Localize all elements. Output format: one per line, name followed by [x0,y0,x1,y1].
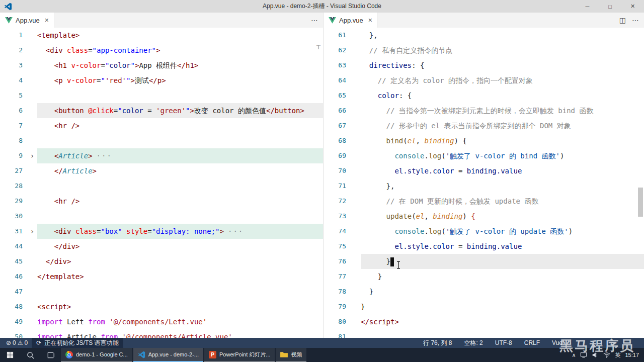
ime-language-indicator[interactable]: 英 [615,351,620,359]
tab-app-vue[interactable]: App.vue × [324,13,378,28]
code-line[interactable]: 68 bind(el, binding) { [324,133,644,148]
code-line[interactable]: 72 // 在 DOM 更新的时候，会触发 update 函数 [324,194,644,209]
code-line[interactable]: 6 <button @click="color = 'green'">改变 co… [0,103,323,118]
code-line[interactable]: 28 [0,178,323,194]
editor-right[interactable]: 61 },62 // 私有自定义指令的节点63 directives: {64 … [324,28,644,338]
tab-app-vue[interactable]: App.vue × [0,13,54,28]
code-line[interactable]: 74 console.log('触发了 v-color 的 update 函数'… [324,224,644,239]
fold-collapsed-icon[interactable]: › [27,148,37,163]
task-view-icon [47,351,54,359]
line-number: 68 [324,133,351,148]
language-mode-status[interactable]: Vue [550,339,565,347]
more-actions-icon[interactable]: ⋯ [632,16,639,24]
folded-code-badge[interactable]: ··· [228,227,244,235]
code-text [37,209,323,224]
code-line[interactable]: 8 [0,133,323,148]
close-button[interactable]: ✕ [621,0,644,13]
code-text: <Article>··· [37,148,323,163]
cursor-position-status[interactable]: 行 76, 列 8 [421,339,454,347]
code-line[interactable]: 50import Article from '@/components/Arti… [0,329,323,338]
code-line[interactable]: 29 <hr /> [0,194,323,209]
tab-bar-right: App.vue × ◫ ⋯ [324,13,644,28]
code-line[interactable]: 61 }, [324,28,644,43]
taskbar-app-vscode[interactable]: App.vue - demo-2-... [133,348,203,362]
taskbar-app-chrome[interactable]: demo-1 - Google C... [61,348,132,362]
code-line[interactable]: 80</script> [324,314,644,329]
fold-collapsed-icon[interactable]: › [27,224,37,239]
screen: { "window": { "title": "App.vue - demo-2… [0,0,644,362]
clock[interactable]: 15:17 [625,352,639,358]
code-line[interactable]: 30 [0,209,323,224]
title-bar: App.vue - demo-2-插槽 - Visual Studio Code… [0,0,644,13]
code-line[interactable]: 5 [0,88,323,103]
code-line[interactable]: 49import Left from '@/components/Left.vu… [0,314,323,329]
code-line[interactable]: 2 <div class="app-container"> [0,43,323,58]
start-button[interactable] [0,348,20,362]
code-line[interactable]: 64 // 定义名为 color 的指令，指向一个配置对象 [324,73,644,88]
code-line[interactable]: 75 el.style.color = binding.value [324,239,644,254]
folded-code-badge[interactable]: ··· [97,152,112,160]
code-line[interactable]: 78 } [324,284,644,299]
fold-gutter [351,329,361,338]
code-line[interactable]: 7 <hr /> [0,118,323,133]
fold-gutter [351,73,361,88]
volume-icon[interactable] [592,351,599,358]
indentation-status[interactable]: 空格: 2 [462,339,485,347]
minimize-button[interactable]: ─ [576,0,599,13]
code-line[interactable]: 63 directives: { [324,58,644,73]
language-init-status[interactable]: ⟳ 正在初始化 JS/TS 语言功能 [32,338,123,348]
code-line[interactable]: 76 } [324,254,644,269]
fold-gutter [27,209,37,224]
line-number: 64 [324,73,351,88]
code-line[interactable]: 27 </Article> [0,163,323,178]
taskbar-app-videos[interactable]: 视频 [276,348,306,362]
code-line[interactable]: 47 [0,284,323,299]
code-text: <hr /> [37,118,323,133]
code-line[interactable]: 9› <Article>··· [0,148,323,163]
taskbar-app-powerpoint[interactable]: P PowerPoint 幻灯片... [204,348,275,362]
code-line[interactable]: 45 </div> [0,254,323,269]
more-actions-icon[interactable]: ⋯ [311,16,318,24]
code-line[interactable]: 69 console.log('触发了 v-color 的 bind 函数') [324,148,644,163]
code-line[interactable]: 44 </div> [0,239,323,254]
code-line[interactable]: 62 // 私有自定义指令的节点 [324,43,644,58]
code-text: color: { [361,88,644,103]
tab-close-icon[interactable]: × [45,16,49,24]
task-view-button[interactable] [40,348,60,362]
code-line[interactable]: 46</template> [0,269,323,284]
code-line[interactable]: 81 [324,329,644,338]
code-line[interactable]: 79} [324,299,644,314]
code-line[interactable]: 48<script> [0,299,323,314]
line-number: 73 [324,209,351,224]
mouse-ibeam-cursor [396,261,401,269]
eol-status[interactable]: CRLF [522,339,542,347]
code-line[interactable]: 4 <p v-color="'red'">测试</p> [0,73,323,88]
line-number: 4 [0,73,27,88]
code-line[interactable]: 31› <div class="box" style="display: non… [0,224,323,239]
line-number: 65 [324,88,351,103]
code-line[interactable]: 66 // 当指令第一次被绑定到元素上的时候，会立即触发 bind 函数 [324,103,644,118]
code-line[interactable]: 73 update(el, binding) { [324,209,644,224]
network-icon[interactable] [603,351,610,358]
tray-expand-icon[interactable]: ∧ [572,352,576,358]
problems-indicator[interactable]: ⊘ 0 ⚠ 0 [4,339,30,346]
fold-gutter [351,133,361,148]
restore-button[interactable]: □ [599,0,621,13]
fold-gutter [27,163,37,178]
code-line[interactable]: 67 // 形参中的 el 表示当前指令所绑定到的那个 DOM 对象 [324,118,644,133]
vertical-scrollbar[interactable] [638,188,643,217]
code-line[interactable]: 77 } [324,269,644,284]
code-line[interactable]: 1<template> [0,28,323,43]
split-editor-icon[interactable]: ◫ [619,16,626,24]
tab-close-icon[interactable]: × [368,16,372,24]
code-line[interactable]: 3 <h1 v-color="color">App 根组件</h1> [0,58,323,73]
code-line[interactable]: 65 color: { [324,88,644,103]
monitor-tray-icon[interactable] [580,351,587,358]
editor-left[interactable]: 1<template>2 <div class="app-container">… [0,28,323,338]
powerpoint-icon: P [209,351,216,358]
code-line[interactable]: 70 el.style.color = binding.value [324,163,644,178]
fold-gutter [351,43,361,58]
encoding-status[interactable]: UTF-8 [493,339,514,347]
search-button[interactable] [20,348,40,362]
code-line[interactable]: 71 }, [324,178,644,194]
